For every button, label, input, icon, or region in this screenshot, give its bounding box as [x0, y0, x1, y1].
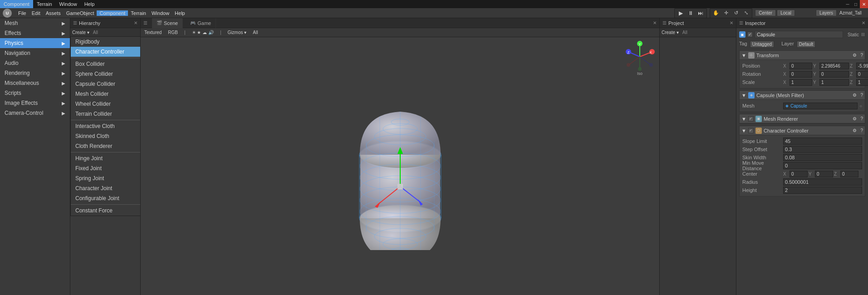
- rot-x-field[interactable]: [790, 71, 812, 78]
- mesh-filter-header[interactable]: ▼ ◈ Capsule (Mesh Filter) ⚙ ?: [740, 91, 865, 100]
- char-ctrl-settings[interactable]: ⚙: [853, 128, 857, 133]
- slope-limit-field[interactable]: [783, 138, 862, 145]
- mesh-renderer-help[interactable]: ?: [860, 116, 863, 121]
- scene-misc-icons[interactable]: ☀ ★ ☁ 🔊: [190, 30, 216, 35]
- move-tool[interactable]: ✛: [721, 9, 731, 17]
- project-close[interactable]: ✕: [730, 20, 733, 25]
- sidebar-item-audio[interactable]: Audio ▶: [0, 58, 70, 68]
- project-create-btn[interactable]: Create ▾: [662, 30, 679, 35]
- char-ctrl-checkbox[interactable]: ✓: [748, 128, 754, 133]
- height-field[interactable]: [783, 187, 862, 194]
- local-toggle[interactable]: Local: [777, 10, 795, 16]
- menu-assets[interactable]: Assets: [43, 10, 64, 16]
- submenu-terrain-collider[interactable]: Terrain Collider: [71, 109, 140, 119]
- hand-tool[interactable]: ✋: [711, 9, 721, 17]
- pos-x-field[interactable]: [790, 63, 812, 69]
- scene-textured[interactable]: Textured: [142, 30, 163, 35]
- submenu-constant-force[interactable]: Constant Force: [71, 206, 140, 216]
- scale-y-field[interactable]: [819, 79, 849, 86]
- project-all[interactable]: All: [682, 30, 687, 35]
- sidebar-item-miscellaneous[interactable]: Miscellaneous ▶: [0, 78, 70, 88]
- radius-field[interactable]: [783, 178, 862, 186]
- scene-all[interactable]: All: [251, 30, 260, 35]
- submenu-sphere-collider[interactable]: Sphere Collider: [71, 69, 140, 79]
- step-offset-field[interactable]: [783, 146, 862, 153]
- step-button[interactable]: ⏭: [696, 9, 705, 17]
- scene-view[interactable]: X Y Z: [141, 37, 659, 295]
- submenu-configurable-joint[interactable]: Configurable Joint: [71, 193, 140, 203]
- scale-z-field[interactable]: [856, 79, 868, 86]
- hierarchy-close[interactable]: ✕: [134, 20, 137, 25]
- maximize-button[interactable]: □: [852, 0, 860, 8]
- transform-help-icon[interactable]: ?: [860, 53, 863, 58]
- tag-dropdown[interactable]: Untagged: [750, 41, 774, 48]
- tab-scene[interactable]: 🎬 Scene: [152, 18, 183, 28]
- transform-header[interactable]: ▼ ⊹ Transform ⚙ ?: [740, 51, 865, 60]
- object-checkbox[interactable]: ✓: [747, 32, 753, 37]
- submenu-box-collider[interactable]: Box Collider: [71, 59, 140, 69]
- submenu-character-joint[interactable]: Character Joint: [71, 183, 140, 193]
- menu-window2[interactable]: Window: [149, 10, 172, 16]
- sidebar-item-camera-control[interactable]: Camera-Control ▶: [0, 108, 70, 118]
- pause-button[interactable]: ⏸: [686, 9, 695, 17]
- sidebar-item-effects[interactable]: Effects ▶: [0, 28, 70, 38]
- submenu-rigidbody[interactable]: Rigidbody: [71, 37, 140, 47]
- hierarchy-create-btn[interactable]: Create ▾: [72, 30, 89, 35]
- mesh-value[interactable]: ◈ Capsule: [783, 103, 858, 109]
- center-x-field[interactable]: [790, 171, 808, 177]
- scene-close[interactable]: ✕: [653, 20, 657, 25]
- menu-terrain2[interactable]: Terrain: [128, 10, 149, 16]
- mesh-renderer-settings[interactable]: ⚙: [853, 116, 857, 121]
- center-y-field[interactable]: [815, 171, 833, 177]
- layers-dropdown[interactable]: Layers: [816, 10, 837, 16]
- play-button[interactable]: ▶: [676, 9, 685, 17]
- submenu-wheel-collider[interactable]: Wheel Collider: [71, 99, 140, 109]
- mesh-renderer-header[interactable]: ▼ ✓ ▣ Mesh Renderer ⚙ ?: [740, 114, 865, 123]
- menu-component[interactable]: Component: [0, 0, 33, 8]
- sidebar-item-mesh[interactable]: Mesh ▶: [0, 18, 70, 28]
- submenu-capsule-collider[interactable]: Capsule Collider: [71, 79, 140, 89]
- menu-edit[interactable]: Edit: [29, 10, 43, 16]
- menu-file[interactable]: File: [15, 10, 29, 16]
- submenu-fixed-joint[interactable]: Fixed Joint: [71, 163, 140, 173]
- menu-component2[interactable]: Component: [97, 10, 128, 16]
- layer-dropdown[interactable]: Default: [797, 41, 816, 48]
- submenu-spring-joint[interactable]: Spring Joint: [71, 173, 140, 183]
- mesh-filter-settings[interactable]: ⚙: [853, 93, 857, 98]
- mesh-select-btn[interactable]: ○: [859, 103, 862, 108]
- hierarchy-search[interactable]: All: [93, 30, 98, 35]
- min-move-field[interactable]: [783, 162, 862, 169]
- menu-terrain[interactable]: Terrain: [33, 0, 56, 8]
- char-ctrl-help[interactable]: ?: [860, 128, 863, 133]
- minimize-button[interactable]: ─: [843, 0, 852, 8]
- object-name-field[interactable]: Capsule: [755, 31, 843, 38]
- scale-tool[interactable]: ⤡: [741, 9, 750, 17]
- transform-settings-icon[interactable]: ⚙: [853, 53, 857, 58]
- submenu-interactive-cloth[interactable]: Interactive Cloth: [71, 121, 140, 131]
- menu-help2[interactable]: Help: [172, 10, 188, 16]
- center-toggle[interactable]: Center: [755, 10, 776, 16]
- rotate-tool[interactable]: ↺: [731, 9, 740, 17]
- sidebar-item-physics[interactable]: Physics ▶: [0, 38, 70, 48]
- inspector-close[interactable]: ✕: [862, 20, 865, 25]
- menu-help[interactable]: Help: [81, 0, 98, 8]
- char-ctrl-header[interactable]: ▼ ✓ ⬡ Character Controller ⚙ ?: [740, 126, 865, 135]
- rot-z-field[interactable]: [856, 71, 868, 78]
- sidebar-item-image-effects[interactable]: Image Effects ▶: [0, 98, 70, 108]
- submenu-hinge-joint[interactable]: Hinge Joint: [71, 153, 140, 163]
- submenu-skinned-cloth[interactable]: Skinned Cloth: [71, 131, 140, 141]
- sidebar-item-navigation[interactable]: Navigation ▶: [0, 48, 70, 58]
- mesh-filter-help[interactable]: ?: [860, 93, 863, 98]
- menu-gameobject[interactable]: GameObject: [64, 10, 97, 16]
- submenu-mesh-collider[interactable]: Mesh Collider: [71, 89, 140, 99]
- pos-z-field[interactable]: [856, 63, 868, 69]
- sidebar-item-scripts[interactable]: Scripts ▶: [0, 88, 70, 98]
- rot-y-field[interactable]: [819, 71, 849, 78]
- static-checkbox[interactable]: [861, 32, 865, 37]
- scale-x-field[interactable]: [790, 79, 812, 86]
- pos-y-field[interactable]: [819, 63, 849, 69]
- menu-window[interactable]: Window: [56, 0, 81, 8]
- skin-width-field[interactable]: [783, 154, 862, 161]
- scene-gizmos[interactable]: Gizmos ▾: [226, 30, 249, 35]
- scene-rgb[interactable]: RGB: [166, 30, 180, 35]
